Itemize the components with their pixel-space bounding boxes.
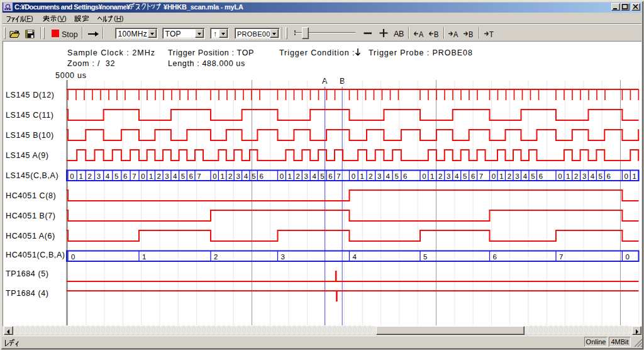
svg-text:B: B xyxy=(469,31,474,38)
svg-text:T: T xyxy=(489,31,494,38)
svg-text:A: A xyxy=(419,31,424,38)
svg-text:B: B xyxy=(434,31,439,38)
svg-text:A: A xyxy=(453,31,458,38)
